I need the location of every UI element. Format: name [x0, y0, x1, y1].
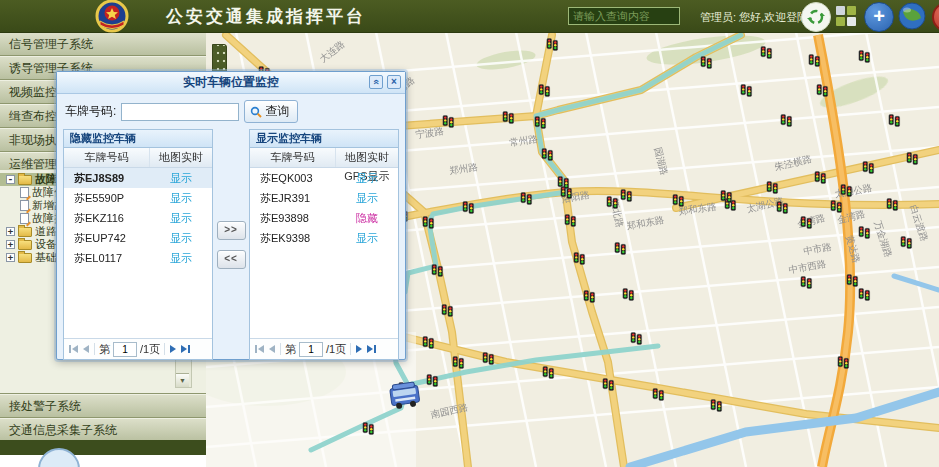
table-row[interactable]: 苏EL0117显示 [64, 248, 212, 268]
red-edge-icon[interactable] [932, 2, 939, 32]
road-name-label: 中市西路 [788, 258, 828, 276]
next-page-button[interactable] [169, 345, 177, 353]
plate-label: 车牌号码: [65, 103, 116, 120]
hidden-vehicles-panel: 隐藏监控车辆 车牌号码 地图实时GPS显示 苏EJ8S89显示苏E5590P显示… [63, 129, 213, 360]
tree-toggle-icon[interactable]: + [6, 240, 15, 249]
traffic-signal-icon[interactable] [761, 46, 772, 58]
gps-toggle-link[interactable]: 显示 [356, 192, 378, 204]
page-number-input[interactable] [113, 342, 137, 357]
plate-number-input[interactable] [121, 103, 239, 121]
query-button-label: 查询 [265, 103, 289, 120]
move-left-button[interactable]: << [217, 250, 246, 269]
header-search-input[interactable] [568, 7, 680, 25]
table-row[interactable]: 苏E93898隐藏 [250, 208, 398, 228]
plate-number: 苏E93898 [250, 208, 336, 228]
first-page-button[interactable] [254, 345, 265, 353]
road-name-label: 园湖路 [653, 146, 671, 177]
gps-toggle-link[interactable]: 显示 [356, 172, 378, 184]
police-emblem-icon [95, 0, 129, 37]
table-row[interactable]: 苏EK9398显示 [250, 228, 398, 248]
page-edit-icon [20, 213, 29, 224]
gps-toggle-link[interactable]: 显示 [170, 192, 192, 204]
river [630, 276, 939, 467]
road-name-label: 中市路 [802, 241, 832, 257]
sidebar-bottom-item-0[interactable]: 接处警子系统 [0, 394, 206, 418]
gps-toggle-link[interactable]: 显示 [356, 232, 378, 244]
sidebar-bottom-item-1[interactable]: 交通信息采集子系统 [0, 418, 206, 442]
tree-toggle-icon[interactable]: - [6, 175, 15, 184]
plate-number: 苏EJ8S89 [64, 168, 150, 188]
gps-toggle-link[interactable]: 显示 [170, 252, 192, 264]
query-button[interactable]: 查询 [244, 100, 298, 123]
table-row[interactable]: 苏E5590P显示 [64, 188, 212, 208]
table-row[interactable]: 苏EJR391显示 [250, 188, 398, 208]
traffic-signal-icon[interactable] [889, 114, 900, 126]
table-row[interactable]: 苏EQK003显示 [250, 168, 398, 188]
last-page-button[interactable] [180, 345, 191, 353]
prev-page-button[interactable] [82, 345, 90, 353]
globe-icon[interactable] [898, 2, 926, 30]
tree-toggle-icon[interactable]: + [6, 253, 15, 262]
traffic-signal-icon[interactable] [631, 332, 642, 344]
sidebar-bottom-menu: 接处警子系统交通信息采集子系统 [0, 394, 206, 442]
dialog-title: 实时车辆位置监控 [183, 75, 279, 89]
traffic-signal-icon[interactable] [859, 50, 870, 62]
page-prefix: 第 [285, 342, 296, 357]
application-window: 大连路青岛路宁波路常州路郑州路洛阳路江北路郑和东路郑和东路太湖公路太湖公路朱泾横… [0, 0, 939, 467]
traffic-signal-icon[interactable] [741, 84, 752, 96]
shown-vehicles-table: 苏EQK003显示苏EJR391显示苏E93898隐藏苏EK9398显示 [250, 168, 398, 338]
last-page-button[interactable] [366, 345, 377, 353]
table-row[interactable]: 苏EJ8S89显示 [64, 168, 212, 188]
transfer-buttons: >> << [213, 129, 249, 360]
road-name-label: 朱泾横路 [773, 153, 813, 173]
gps-toggle-link[interactable]: 显示 [170, 172, 192, 184]
pagination-bar: 第 /1页 [250, 338, 398, 359]
plate-number: 苏EJR391 [250, 188, 336, 208]
plate-number: 苏EQK003 [250, 168, 336, 188]
grid-icon[interactable] [836, 6, 856, 26]
page-number-input[interactable] [299, 342, 323, 357]
folder-icon [18, 240, 32, 250]
traffic-signal-icon[interactable] [901, 236, 912, 248]
folder-icon [18, 227, 32, 237]
recycle-icon[interactable] [801, 2, 831, 32]
plus-icon[interactable]: + [864, 2, 894, 32]
plate-number: 苏E5590P [64, 188, 150, 208]
move-right-button[interactable]: >> [217, 221, 246, 240]
traffic-signal-icon[interactable] [859, 288, 870, 300]
close-button[interactable]: × [387, 75, 401, 89]
road-name-label: 大连路 [317, 38, 347, 65]
gps-toggle-link[interactable]: 显示 [170, 232, 192, 244]
page-title: 公安交通集成指挥平台 [166, 5, 366, 28]
plate-column-header: 车牌号码 [250, 148, 336, 167]
table-row[interactable]: 苏EKZ116显示 [64, 208, 212, 228]
gps-toggle-link[interactable]: 显示 [170, 212, 192, 224]
road-name-label: 白云渡路 [908, 203, 930, 243]
traffic-signal-icon[interactable] [809, 54, 820, 66]
realtime-vehicle-dialog: 实时车辆位置监控 « × 车牌号码: 查询 隐藏监控车辆 车牌号码 地图实时GP [56, 71, 406, 360]
window-bottom-margin [0, 455, 206, 467]
sidebar-footer [0, 440, 206, 455]
road-name-label: 常州路 [509, 133, 539, 148]
traffic-signal-icon[interactable] [623, 288, 634, 300]
traffic-signal-icon[interactable] [817, 84, 828, 96]
road-name-label: 郑和东路 [625, 214, 666, 232]
table-row[interactable]: 苏EUP742显示 [64, 228, 212, 248]
folder-icon [18, 175, 32, 185]
prev-page-button[interactable] [268, 345, 276, 353]
road-name-label: 万金湖路 [872, 219, 894, 259]
table-header: 车牌号码 地图实时GPS显示 [250, 148, 398, 168]
collapse-button[interactable]: « [369, 75, 383, 89]
scroll-down-arrow-icon[interactable]: ▼ [176, 373, 189, 387]
page-prefix: 第 [99, 342, 110, 357]
gps-toggle-link[interactable]: 隐藏 [356, 212, 378, 224]
tree-toggle-icon[interactable]: + [6, 227, 15, 236]
dialog-titlebar[interactable]: 实时车辆位置监控 « × [57, 72, 405, 94]
first-page-button[interactable] [68, 345, 79, 353]
gps-column-header: 地图实时GPS显示 [336, 148, 398, 167]
plate-search-row: 车牌号码: 查询 [65, 100, 397, 123]
plate-number: 苏EK9398 [250, 228, 336, 248]
page-edit-icon [20, 187, 29, 198]
hidden-panel-title: 隐藏监控车辆 [64, 130, 212, 148]
next-page-button[interactable] [355, 345, 363, 353]
